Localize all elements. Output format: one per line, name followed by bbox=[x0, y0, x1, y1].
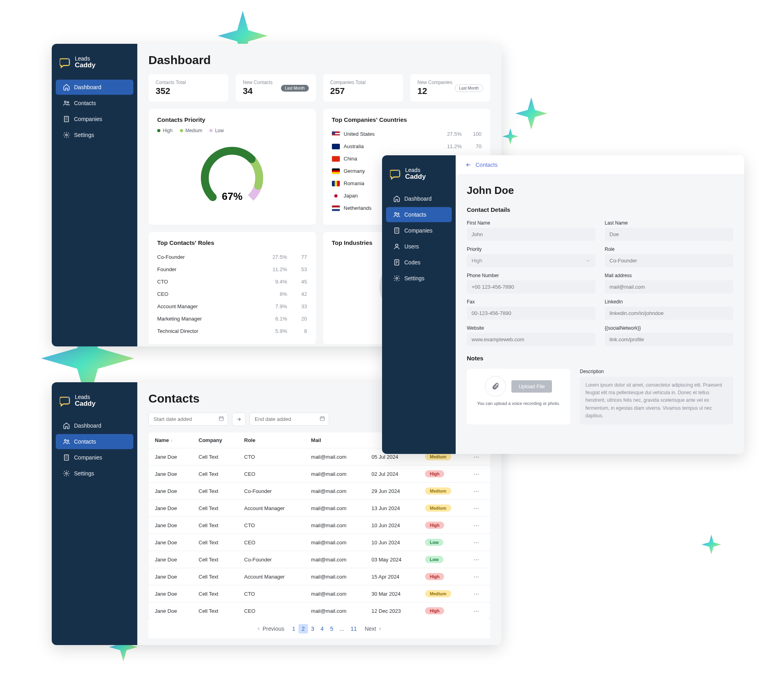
text-input[interactable] bbox=[605, 280, 733, 293]
svg-point-21 bbox=[398, 213, 399, 215]
cell-date: 03 May 2024 bbox=[365, 551, 419, 568]
priority-card: Contacts Priority High Medium Low 67% bbox=[148, 109, 316, 225]
row-menu-icon[interactable]: ··· bbox=[474, 454, 479, 460]
sidebar-item-codes[interactable]: Codes bbox=[386, 255, 452, 270]
sidebar-item-label: Contacts bbox=[74, 438, 96, 445]
sidebar-item-settings[interactable]: Settings bbox=[386, 271, 452, 286]
page-link[interactable]: 3 bbox=[308, 624, 318, 634]
sidebar-item-companies[interactable]: Companies bbox=[56, 450, 133, 465]
text-input[interactable] bbox=[467, 333, 595, 346]
table-row[interactable]: Jane DoeCell TextCTOmail@mail.com10 Jun … bbox=[148, 517, 490, 534]
sidebar-item-settings[interactable]: Settings bbox=[56, 127, 133, 143]
row-menu-icon[interactable]: ··· bbox=[474, 591, 479, 597]
page-link[interactable]: 2 bbox=[298, 624, 308, 634]
cell-priority: High bbox=[419, 568, 467, 585]
sidebar-item-contacts[interactable]: Contacts bbox=[56, 434, 133, 449]
attachment-icon[interactable] bbox=[485, 376, 506, 397]
cell-priority: High bbox=[419, 517, 467, 534]
priority-badge: High bbox=[425, 573, 444, 580]
breadcrumb[interactable]: Contacts bbox=[456, 155, 744, 175]
cell-priority: Low bbox=[419, 534, 467, 551]
sidebar-item-dashboard[interactable]: Dashboard bbox=[56, 80, 133, 95]
contacts-icon bbox=[393, 211, 400, 218]
codes-icon bbox=[393, 259, 400, 266]
end-date-input[interactable] bbox=[250, 413, 329, 426]
cell-company: Cell Text bbox=[192, 568, 238, 585]
sidebar-item-label: Codes bbox=[404, 259, 420, 266]
end-date-field[interactable] bbox=[250, 413, 329, 426]
form-field: First Name bbox=[467, 220, 595, 241]
column-header[interactable]: Name↕ bbox=[148, 432, 192, 448]
next-button[interactable]: Next bbox=[365, 626, 382, 632]
country-row: Australia11.2%70 bbox=[332, 140, 482, 153]
table-row[interactable]: Jane DoeCell TextCTOmail@mail.com30 Mar … bbox=[148, 585, 490, 602]
text-input[interactable] bbox=[605, 307, 733, 320]
form-field: Role bbox=[605, 246, 733, 267]
sidebar-item-companies[interactable]: Companies bbox=[386, 223, 452, 238]
role-row: Technical Director5.9%8 bbox=[157, 325, 307, 337]
field-label: Last Name bbox=[605, 220, 733, 226]
page-link[interactable]: 1 bbox=[289, 624, 298, 634]
text-input[interactable] bbox=[605, 228, 733, 241]
table-row[interactable]: Jane DoeCell TextAccount Managermail@mai… bbox=[148, 500, 490, 517]
page-link[interactable]: 4 bbox=[318, 624, 327, 634]
text-input[interactable] bbox=[467, 280, 595, 293]
role-pct: 5.9% bbox=[263, 328, 287, 334]
text-input[interactable] bbox=[467, 228, 595, 241]
form-field: Website bbox=[467, 325, 595, 346]
table-row[interactable]: Jane DoeCell TextCEOmail@mail.com12 Dec … bbox=[148, 602, 490, 620]
gauge-value: 67% bbox=[196, 190, 268, 203]
breadcrumb-label: Contacts bbox=[476, 162, 497, 168]
column-header[interactable]: Company bbox=[192, 432, 238, 448]
role-name: Co-Founder bbox=[157, 254, 263, 260]
sidebar-item-dashboard[interactable]: Dashboard bbox=[386, 191, 452, 206]
row-menu-icon[interactable]: ··· bbox=[474, 608, 479, 614]
upload-button[interactable]: Upload File bbox=[511, 380, 552, 393]
row-menu-icon[interactable]: ··· bbox=[474, 471, 479, 477]
table-row[interactable]: Jane DoeCell TextCEOmail@mail.com02 Jul … bbox=[148, 465, 490, 483]
sidebar-item-dashboard[interactable]: Dashboard bbox=[56, 418, 133, 433]
description-text[interactable]: Lorem ipsum dolor sit amet, consectetur … bbox=[580, 377, 733, 424]
row-menu-icon[interactable]: ··· bbox=[474, 540, 479, 546]
sidebar-item-label: Users bbox=[404, 243, 419, 250]
column-header[interactable]: Role bbox=[238, 432, 305, 448]
text-input[interactable] bbox=[467, 307, 595, 320]
start-date-field[interactable] bbox=[148, 413, 228, 426]
sidebar-item-contacts[interactable]: Contacts bbox=[386, 207, 452, 222]
cell-company: Cell Text bbox=[192, 465, 238, 483]
sidebar-item-contacts[interactable]: Contacts bbox=[56, 96, 133, 111]
start-date-input[interactable] bbox=[148, 413, 228, 426]
row-menu-icon[interactable]: ··· bbox=[474, 574, 479, 580]
table-row[interactable]: Jane DoeCell TextAccount Managermail@mai… bbox=[148, 568, 490, 585]
row-menu-icon[interactable]: ··· bbox=[474, 488, 479, 494]
sidebar-item-settings[interactable]: Settings bbox=[56, 466, 133, 481]
prev-button[interactable]: Previous bbox=[256, 626, 284, 632]
table-row[interactable]: Jane DoeCell TextCo-Foundermail@mail.com… bbox=[148, 551, 490, 568]
select-input[interactable]: High bbox=[467, 254, 595, 267]
table-row[interactable]: Jane DoeCell TextCEOmail@mail.com10 Jun … bbox=[148, 534, 490, 551]
cell-mail: mail@mail.com bbox=[305, 585, 365, 602]
role-row: Marketing Manager6.1%20 bbox=[157, 313, 307, 325]
role-pct: 11.2% bbox=[263, 266, 287, 272]
row-menu-icon[interactable]: ··· bbox=[474, 557, 479, 563]
page-link[interactable]: 11 bbox=[347, 624, 360, 634]
row-menu-icon[interactable]: ··· bbox=[474, 505, 479, 511]
date-range-arrow[interactable] bbox=[232, 413, 246, 426]
sidebar-item-companies[interactable]: Companies bbox=[56, 111, 133, 127]
field-label: First Name bbox=[467, 220, 595, 226]
table-row[interactable]: Jane DoeCell TextCo-Foundermail@mail.com… bbox=[148, 483, 490, 500]
column-header[interactable]: Mail bbox=[305, 432, 365, 448]
page-link[interactable]: 5 bbox=[327, 624, 336, 634]
text-input[interactable] bbox=[605, 333, 733, 346]
row-menu-icon[interactable]: ··· bbox=[474, 522, 479, 528]
country-pct: 27.5% bbox=[438, 131, 462, 137]
priority-badge: Medium bbox=[425, 590, 451, 597]
sidebar-item-users[interactable]: Users bbox=[386, 239, 452, 254]
page-title: Dashboard bbox=[148, 53, 490, 67]
upload-hint: You can upload a voice recording or phot… bbox=[477, 401, 560, 407]
cell-name: Jane Doe bbox=[148, 585, 192, 602]
text-input[interactable] bbox=[605, 254, 733, 267]
sidebar-item-label: Companies bbox=[74, 454, 102, 461]
sidebar-item-label: Companies bbox=[404, 227, 433, 234]
cell-date: 10 Jun 2024 bbox=[365, 517, 419, 534]
